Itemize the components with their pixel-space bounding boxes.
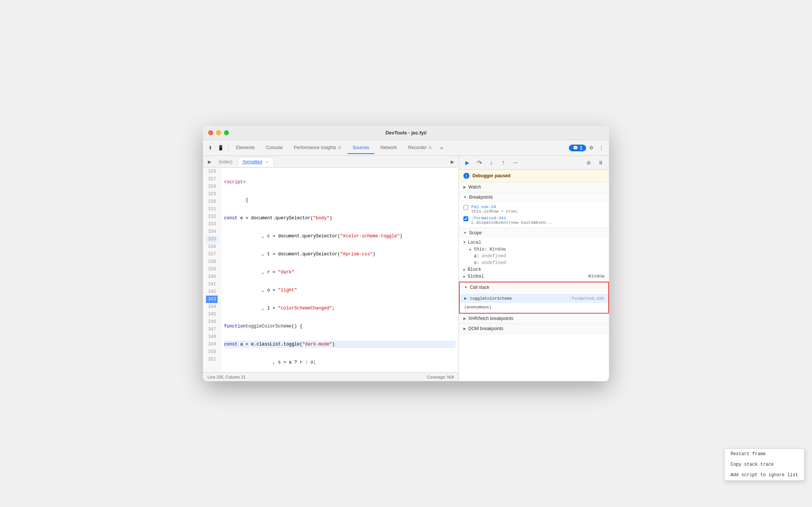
block-label: Block — [468, 267, 481, 272]
breakpoint-1-checkbox[interactable] — [463, 205, 468, 210]
file-tabs-bar: ▶ (index) :formatted × ▶ — [203, 156, 459, 168]
tab-recorder[interactable]: Recorder ⚠ — [403, 142, 437, 154]
code-editor[interactable]: 326 327 328 329 330 331 332 333 334 335 … — [203, 168, 459, 372]
settings-button[interactable]: ⚙ — [587, 143, 596, 152]
resume-icon: ▶ — [465, 160, 469, 166]
callstack-name-1: toggleColorScheme — [470, 296, 566, 301]
s-scope-item: s: undefined — [459, 260, 609, 266]
step-into-icon: ↓ — [490, 159, 493, 166]
step-out-icon: ↑ — [502, 159, 505, 166]
deactivate-button[interactable]: ⊘ — [583, 157, 594, 168]
code-line-328: const e = document.querySelector("body") — [224, 214, 456, 222]
tab-console-label: Console — [266, 145, 283, 150]
watch-label: Watch — [468, 184, 481, 190]
more-options-button[interactable]: ⋮ — [597, 143, 606, 152]
breakpoint-2-name: :formatted:343 — [471, 216, 604, 220]
tab-elements[interactable]: Elements — [231, 142, 260, 154]
sidebar-icon: ▶ — [208, 159, 211, 164]
step-button[interactable]: → — [510, 157, 520, 168]
coverage-status: Coverage: N/A — [427, 375, 454, 379]
cursor-tool-button[interactable]: ⬆ — [206, 143, 215, 152]
xhr-section: ▶ XHR/fetch breakpoints — [459, 314, 609, 324]
pause-on-exception-button[interactable]: ⏸ — [595, 157, 606, 168]
global-label: Global — [468, 274, 484, 279]
step-out-button[interactable]: ↑ — [498, 157, 508, 168]
tab-sources[interactable]: Sources — [347, 142, 374, 154]
breakpoint-2-code: c.dispatchEvent(new CustomEven... — [471, 220, 604, 225]
titlebar: DevTools - jec.fyi/ — [203, 126, 609, 140]
dom-section: ▶ DOM breakpoints — [459, 324, 609, 334]
breakpoint-item-2: :formatted:343 c.dispatchEvent(new Custo… — [459, 215, 609, 226]
settings-icon: ⚙ — [589, 145, 594, 151]
tab-network[interactable]: Network — [375, 142, 402, 154]
breakpoints-header[interactable]: ▼ Breakpoints — [459, 192, 609, 202]
callstack-item-1[interactable]: ▶ toggleColorScheme :formatted:335 — [460, 294, 608, 303]
a-val: undefined — [481, 253, 506, 259]
navigate-button[interactable]: ▶ — [448, 158, 456, 166]
step-into-button[interactable]: ↓ — [486, 157, 496, 168]
tab-recorder-label: Recorder — [408, 145, 427, 150]
traffic-lights — [208, 130, 229, 135]
local-section-header[interactable]: ▼ Local — [459, 239, 609, 246]
watch-section: ▶ Watch — [459, 182, 609, 192]
minimize-button[interactable] — [216, 130, 221, 135]
step-icon: → — [512, 159, 518, 166]
a-scope-item: a: undefined — [459, 253, 609, 260]
block-arrow: ▶ — [463, 268, 465, 272]
sidebar-toggle-button[interactable]: ▶ — [205, 158, 214, 166]
index-tab-label: (index) — [219, 159, 233, 164]
code-line-336: , s = a ? r : o; — [224, 359, 456, 366]
debugger-content: i Debugger paused ▶ Watch ▼ Breakpoints — [459, 170, 609, 381]
code-line-332: , o = "light" — [224, 287, 456, 294]
code-line-327: { — [224, 196, 456, 204]
step-over-button[interactable]: ↷ — [474, 157, 484, 168]
chat-button[interactable]: 💬 1 — [569, 145, 586, 151]
deactivate-icon: ⊘ — [586, 160, 591, 166]
index-tab[interactable]: (index) — [215, 158, 236, 165]
editor-panel: ▶ (index) :formatted × ▶ 326 327 — [203, 156, 459, 381]
block-section-header[interactable]: ▶ Block — [459, 266, 609, 273]
breakpoints-content: Pay.vue:29 this.isShow = true; :formatte… — [459, 202, 609, 228]
breakpoints-section: ▼ Breakpoints Pay.vue:29 this.isShow = t… — [459, 192, 609, 228]
step-over-icon: ↷ — [477, 159, 482, 166]
tab-sources-label: Sources — [353, 145, 369, 150]
breakpoint-2-checkbox[interactable] — [463, 216, 468, 221]
breakpoints-arrow: ▼ — [463, 195, 467, 199]
watch-arrow: ▶ — [463, 185, 466, 189]
breakpoint-item-1: Pay.vue:29 this.isShow = true; — [459, 204, 609, 215]
breakpoint-2-info: :formatted:343 c.dispatchEvent(new Custo… — [471, 216, 604, 225]
cursor-icon: ⬆ — [208, 145, 212, 151]
device-icon: 📱 — [218, 145, 224, 151]
pause-icon: ⏸ — [598, 160, 603, 166]
scope-label: Scope — [469, 230, 482, 235]
debugger-toolbar: ▶ ↷ ↓ ↑ → ⊘ ⏸ — [459, 156, 609, 170]
s-key: s: — [474, 260, 479, 266]
breakpoint-1-name: Pay.vue:29 — [471, 205, 604, 209]
watch-header[interactable]: ▶ Watch — [459, 182, 609, 192]
tab-console[interactable]: Console — [261, 142, 288, 154]
formatted-tab[interactable]: :formatted × — [238, 157, 274, 167]
more-tabs-button[interactable]: » — [438, 143, 445, 152]
scope-header[interactable]: ▼ Scope — [459, 228, 609, 238]
breakpoint-1-info: Pay.vue:29 this.isShow = true; — [471, 205, 604, 214]
main-toolbar: ⬆ 📱 Elements Console Performance insight… — [203, 140, 609, 156]
callstack-header[interactable]: ▼ Call stack — [460, 282, 608, 292]
tab-performance-insights[interactable]: Performance insights ⚠ — [289, 142, 347, 154]
device-toggle-button[interactable]: 📱 — [215, 143, 226, 152]
code-content[interactable]: <script> { const e = document.querySelec… — [221, 168, 459, 372]
navigate-icon: ▶ — [451, 159, 454, 164]
resume-button[interactable]: ▶ — [462, 157, 472, 168]
xhr-arrow: ▶ — [463, 317, 466, 320]
recorder-warning-icon: ⚠ — [428, 145, 432, 150]
line-numbers: 326 327 328 329 330 331 332 333 334 335 … — [203, 168, 221, 372]
dom-header[interactable]: ▶ DOM breakpoints — [459, 324, 609, 333]
callstack-item-2[interactable]: (anonymous) Restart frame Copy stack tra… — [460, 303, 608, 311]
code-line-333: , l = "colorSchemeChanged"; — [224, 305, 456, 312]
close-button[interactable] — [208, 130, 213, 135]
close-tab-button[interactable]: × — [265, 159, 270, 164]
scope-content: ▼ Local ▶ this: Window a: undefined — [459, 238, 609, 281]
global-section-header[interactable]: ▶ Global Window — [459, 273, 609, 280]
status-bar: Line 335, Column 31 Coverage: N/A — [203, 372, 459, 381]
maximize-button[interactable] — [224, 130, 229, 135]
xhr-header[interactable]: ▶ XHR/fetch breakpoints — [459, 314, 609, 323]
